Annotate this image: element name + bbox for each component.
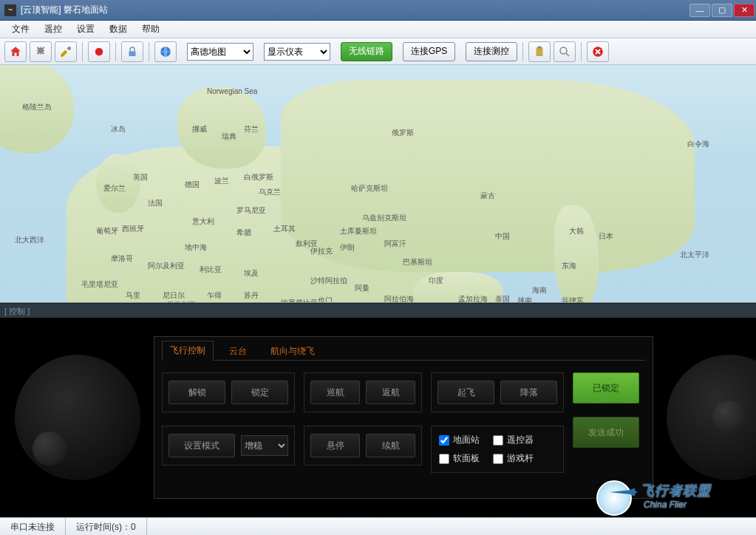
lock-button[interactable] (121, 41, 143, 62)
app-icon: ~ (4, 4, 16, 16)
joystick-knob[interactable] (712, 401, 746, 435)
set-mode-button[interactable]: 设置模式 (168, 434, 235, 457)
left-joystick[interactable] (15, 355, 140, 480)
close-red-button[interactable] (587, 41, 609, 62)
svg-point-1 (95, 47, 103, 55)
run-time-label: 运行时间(s)： (76, 522, 131, 532)
menu-bar: 文件 遥控 设置 数据 帮助 (0, 21, 756, 38)
serial-status: 串口未连接 (0, 518, 66, 535)
return-home-button[interactable]: 返航 (366, 381, 415, 404)
svg-rect-5 (538, 46, 542, 48)
map-label: 北大西洋 (15, 235, 44, 245)
separator (149, 42, 149, 61)
joystick-knob[interactable] (33, 432, 67, 466)
separator (82, 42, 83, 61)
input-source-frame: 地面站 遥控器 软面板 游戏杆 (431, 426, 564, 473)
menu-settings[interactable]: 设置 (69, 21, 102, 38)
control-panel: 飞行控制 云台 航向与绕飞 解锁 锁定 设置模式 增稳 巡航 (0, 318, 756, 517)
status-send-success: 发送成功 (573, 417, 639, 448)
map-label: 海南 (532, 285, 547, 296)
gear-button[interactable] (30, 41, 52, 62)
control-panel-header: [ 控制 ] (0, 303, 756, 318)
tab-flight-control[interactable]: 飞行控制 (162, 341, 214, 361)
hover-button[interactable]: 悬停 (310, 434, 360, 457)
minimize-button[interactable]: — (689, 4, 710, 17)
mode-select[interactable]: 增稳 (241, 435, 289, 456)
control-grid: 解锁 锁定 设置模式 增稳 巡航 返航 悬停 续航 (162, 361, 645, 491)
tools-button[interactable] (55, 41, 77, 62)
map-label: 冰岛 (111, 124, 126, 134)
unlock-button[interactable]: 解锁 (168, 381, 225, 404)
map-label: 越南 (517, 296, 532, 303)
search-button[interactable] (554, 41, 576, 62)
connect-gps-button[interactable]: 连接GPS (403, 42, 455, 61)
land-button[interactable]: 降落 (500, 381, 557, 404)
title-bar: ~ [云顶智能] 磐石地面站 — ▢ ✕ (0, 0, 756, 21)
svg-point-6 (560, 47, 567, 54)
right-joystick[interactable] (667, 355, 756, 480)
run-time-cell: 运行时间(s)：0 (66, 518, 147, 535)
menu-help[interactable]: 帮助 (134, 21, 167, 38)
cruise-frame: 巡航 返航 (304, 372, 422, 412)
cruise-button[interactable]: 巡航 (310, 381, 360, 404)
toolbar: 高德地图 显示仪表 无线链路 连接GPS 连接测控 (0, 38, 756, 65)
window-title: [云顶智能] 磐石地面站 (21, 4, 689, 16)
separator (522, 42, 523, 61)
globe-button[interactable] (154, 41, 177, 62)
svg-rect-4 (537, 47, 543, 56)
close-button[interactable]: ✕ (734, 4, 755, 17)
status-bar: 串口未连接 运行时间(s)：0 (0, 517, 756, 535)
resume-button[interactable]: 续航 (366, 434, 415, 457)
display-select[interactable]: 显示仪表 (264, 43, 330, 61)
record-button[interactable] (88, 41, 110, 62)
menu-file[interactable]: 文件 (4, 21, 37, 38)
maximize-button[interactable]: ▢ (712, 4, 732, 17)
run-time-value: 0 (131, 522, 136, 532)
menu-remote[interactable]: 遥控 (37, 21, 69, 38)
menu-data[interactable]: 数据 (102, 21, 134, 38)
svg-rect-2 (129, 51, 136, 56)
takeoff-button[interactable]: 起飞 (437, 381, 494, 404)
status-locked: 已锁定 (573, 372, 639, 403)
map-label: 北太平洋 (680, 250, 709, 260)
map-provider-select[interactable]: 高德地图 (187, 43, 253, 61)
wireless-link-button[interactable]: 无线链路 (341, 42, 392, 61)
takeoff-frame: 起飞 降落 (431, 372, 564, 412)
separator (581, 42, 582, 61)
check-joystick[interactable]: 游戏杆 (493, 452, 534, 465)
mode-frame: 设置模式 增稳 (162, 426, 295, 466)
check-soft-panel[interactable]: 软面板 (439, 452, 480, 465)
center-control-group: 飞行控制 云台 航向与绕飞 解锁 锁定 设置模式 增稳 巡航 (154, 336, 653, 499)
tab-gimbal[interactable]: 云台 (221, 341, 255, 361)
check-remote[interactable]: 遥控器 (493, 434, 534, 446)
check-ground-station[interactable]: 地面站 (439, 434, 480, 446)
control-tabs: 飞行控制 云台 航向与绕飞 (162, 341, 645, 361)
map-view[interactable]: 格陵兰岛 冰岛 Norwegian Sea 挪威 瑞典 芬兰 俄罗斯 白令海 英… (0, 65, 756, 303)
connect-telemetry-button[interactable]: 连接测控 (466, 42, 517, 61)
home-button[interactable] (4, 41, 27, 62)
clipboard-button[interactable] (528, 41, 551, 62)
lock-button[interactable]: 锁定 (231, 381, 288, 404)
separator (115, 42, 116, 61)
lock-frame: 解锁 锁定 (162, 372, 295, 412)
tab-heading-orbit[interactable]: 航向与绕飞 (262, 341, 323, 361)
hover-frame: 悬停 续航 (304, 426, 422, 466)
